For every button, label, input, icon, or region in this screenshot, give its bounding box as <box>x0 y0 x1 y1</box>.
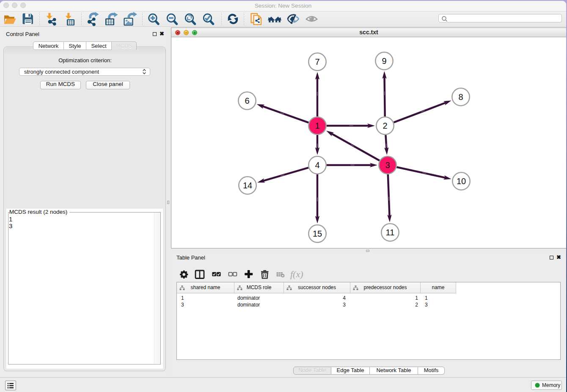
svg-text:2: 2 <box>383 121 387 130</box>
svg-text:10: 10 <box>457 177 466 186</box>
svg-text:3: 3 <box>385 160 390 170</box>
svg-text:14: 14 <box>243 181 252 190</box>
svg-text:7: 7 <box>315 57 319 66</box>
svg-text:11: 11 <box>386 228 395 237</box>
svg-text:1: 1 <box>315 121 319 130</box>
svg-text:f(x): f(x) <box>290 269 303 279</box>
svg-text:6: 6 <box>245 96 249 105</box>
svg-text:8: 8 <box>458 92 463 102</box>
svg-text:15: 15 <box>313 229 322 238</box>
svg-text:9: 9 <box>382 56 386 66</box>
svg-text:4: 4 <box>315 160 319 170</box>
